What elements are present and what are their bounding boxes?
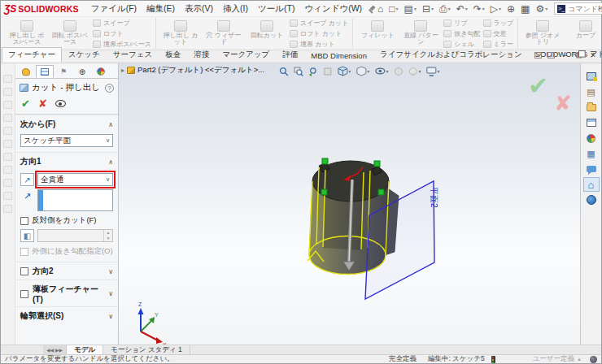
featuremanager-tree-tab[interactable] xyxy=(17,65,35,78)
menu-edit[interactable]: 編集(E) xyxy=(142,2,179,16)
units-selector[interactable]: ユーザー定義 xyxy=(533,354,574,364)
tab-markup[interactable]: マークアップ xyxy=(216,47,276,63)
menu-window[interactable]: ウィンドウ(W) xyxy=(300,2,366,16)
doc-prev-window-icon[interactable]: ◂ xyxy=(534,52,542,58)
units-dropdown-icon[interactable]: ▲ xyxy=(577,357,582,362)
fillet-button[interactable]: フィレット xyxy=(357,19,398,49)
propertymanager-tab[interactable] xyxy=(36,65,54,78)
ok-button[interactable]: ✔ xyxy=(21,98,30,110)
section-thin-feature[interactable]: 薄板フィーチャー(T) ∨ xyxy=(15,280,118,306)
redo-button[interactable]: ↷▾ xyxy=(473,3,485,15)
chevron-up-icon[interactable]: ∧ xyxy=(108,158,113,166)
status-globe-icon[interactable] xyxy=(590,356,597,363)
model-tab[interactable]: モデル xyxy=(67,345,103,354)
chevron-down-icon[interactable]: ∨ xyxy=(108,290,113,297)
swept-cut-button[interactable]: スイープ カット xyxy=(290,19,348,28)
lofted-boss-button[interactable]: ロフト xyxy=(93,29,151,38)
preview-eye-icon[interactable] xyxy=(55,100,66,107)
section-direction1[interactable]: 方向1 ∧ xyxy=(15,152,118,170)
home-button[interactable]: ⌂ xyxy=(377,3,383,15)
command-search-box[interactable]: >_ ▾ xyxy=(554,2,602,15)
tab-mbd-dimension[interactable]: MBD Dimension xyxy=(304,49,373,63)
model-3d-scene[interactable]: 平面2 Z Y X xyxy=(119,63,580,344)
appearances-scenes-tab[interactable] xyxy=(583,131,600,145)
doc-close-button[interactable]: ✕ xyxy=(588,51,598,59)
home-tab[interactable]: ⌂ xyxy=(583,177,600,192)
rib-button[interactable]: リブ xyxy=(443,19,480,28)
new-document-button[interactable]: □▾ xyxy=(389,3,398,15)
extruded-cut-button[interactable]: 押し出し カット xyxy=(160,19,201,49)
file-explorer-tab[interactable] xyxy=(583,100,600,115)
doc-minimize-button[interactable]: – xyxy=(561,51,570,59)
revolved-boss-base-button[interactable]: 回転 ボス/ベース xyxy=(50,19,90,49)
direction-selection-listbox[interactable] xyxy=(37,189,113,211)
doc-restore-button[interactable] xyxy=(577,53,582,58)
section-from[interactable]: 次から(F) ∧ xyxy=(15,115,118,132)
solidworks-resources-tab[interactable] xyxy=(583,69,600,84)
save-button[interactable]: ⊟▾ xyxy=(422,3,434,15)
forum-tab[interactable] xyxy=(583,162,600,176)
swept-boss-button[interactable]: スイープ xyxy=(93,19,151,28)
confirm-ok-icon[interactable]: ✔ xyxy=(528,72,548,100)
tab-features[interactable]: フィーチャー xyxy=(2,47,62,63)
doc-next-window-icon[interactable]: ▸ xyxy=(547,52,555,58)
3dexperience-tab[interactable] xyxy=(583,193,600,207)
menu-tools[interactable]: ツール(T) xyxy=(254,2,299,16)
search-input[interactable] xyxy=(568,5,602,13)
rebuild-button[interactable]: ⊕ xyxy=(507,3,515,15)
tab-evaluate[interactable]: 評価 xyxy=(276,47,304,63)
menu-file[interactable]: ファイル(F) xyxy=(87,2,141,16)
section-selected-contours[interactable]: 輪郭選択(S) ∨ xyxy=(15,306,118,324)
select-button[interactable]: ▷▾ xyxy=(491,3,501,15)
configurationmanager-tab[interactable]: ⚑ xyxy=(55,65,72,78)
view-palette-tab[interactable] xyxy=(583,115,600,130)
open-button[interactable]: ▤▾ xyxy=(404,3,417,15)
direction2-checkbox[interactable] xyxy=(20,267,28,275)
reference-geometry-button[interactable]: 参照 ジオメトリ xyxy=(522,19,563,49)
menu-view[interactable]: 表示(V) xyxy=(181,2,217,16)
lofted-cut-button[interactable]: ロフト カット xyxy=(290,29,348,38)
extruded-boss-base-button[interactable]: 押し出し ボス/ベース xyxy=(7,19,47,49)
revolved-cut-button[interactable]: 回転カット xyxy=(246,19,287,49)
tab-weldments[interactable]: 溶接 xyxy=(187,47,216,63)
from-combobox[interactable]: スケッチ平面 ∨ xyxy=(20,134,113,147)
draft-button[interactable]: 抜き勾配 xyxy=(443,29,480,38)
chevron-down-icon[interactable]: ∨ xyxy=(108,313,113,320)
motion-study-tab[interactable]: モーション スタディ 1 xyxy=(103,345,190,354)
print-button[interactable]: ⎙▾ xyxy=(439,3,451,15)
intersect-button[interactable]: 交差 xyxy=(483,29,514,38)
undo-button[interactable]: ↶▾ xyxy=(456,3,468,15)
curves-button[interactable]: カーブ xyxy=(565,19,602,49)
design-library-tab[interactable]: ▤ xyxy=(583,84,600,99)
featuremanager-icon xyxy=(22,68,30,76)
draft-angle-spinner[interactable]: ▲▼ xyxy=(37,229,113,242)
flip-side-checkbox-row[interactable]: 反対側をカット(F) xyxy=(20,215,113,226)
draft-on-off-button[interactable]: ◧ xyxy=(20,229,34,242)
thin-feature-checkbox[interactable] xyxy=(20,290,28,298)
linear-pattern-button[interactable]: 直線 パターン xyxy=(400,19,441,49)
section-direction2[interactable]: 方向2 ∨ xyxy=(15,262,118,280)
file-properties-button[interactable]: ▦ xyxy=(521,3,530,15)
cancel-button[interactable]: ✘ xyxy=(38,98,47,110)
tab-surfaces[interactable]: サーフェス xyxy=(107,47,159,63)
hole-wizard-button[interactable]: 穴 ウィザード xyxy=(203,19,244,49)
dimxpertmanager-tab[interactable]: ⊕ xyxy=(73,65,91,78)
confirm-cancel-icon[interactable]: ✘ xyxy=(554,91,572,116)
flip-side-checkbox[interactable] xyxy=(20,217,28,225)
pm-help-icon[interactable]: ? xyxy=(105,84,114,93)
tab-sheet-metal[interactable]: 板金 xyxy=(159,47,187,63)
graphics-viewport[interactable]: ▸ Part2 (デフォルト) <<デフォルト>... ▾ xyxy=(119,63,580,344)
tab-scroll-buttons[interactable]: ◀◀ ▶▶ xyxy=(43,345,67,354)
spinner-arrows[interactable]: ▲▼ xyxy=(103,230,112,241)
menu-insert[interactable]: 挿入(I) xyxy=(219,2,252,16)
custom-properties-tab[interactable]: ▦ xyxy=(583,146,600,161)
wrap-button[interactable]: ラップ xyxy=(483,19,514,28)
chevron-down-icon[interactable]: ∨ xyxy=(108,268,113,275)
tab-lifecycle-collaboration[interactable]: ライフサイクルおよびコラボレーション xyxy=(373,47,529,63)
options-button[interactable]: ⚙▾ xyxy=(535,3,547,15)
reverse-direction-button[interactable]: ↗ xyxy=(20,173,34,186)
tab-sketch[interactable]: スケッチ xyxy=(62,47,107,63)
chevron-up-icon[interactable]: ∧ xyxy=(108,121,113,128)
end-condition-combobox[interactable]: 全貫通 ∨ xyxy=(37,173,113,186)
displaymanager-tab[interactable] xyxy=(92,65,110,78)
